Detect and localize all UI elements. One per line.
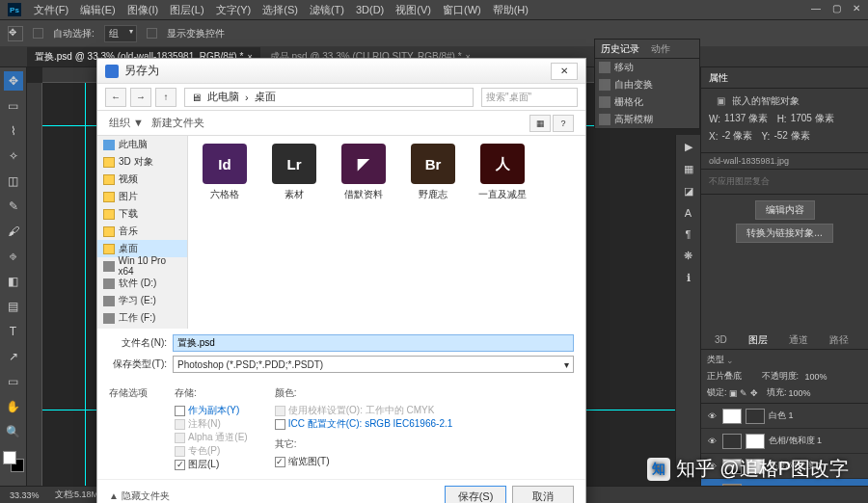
auto-select-dropdown[interactable]: 组 bbox=[104, 25, 137, 42]
help-button[interactable]: ? bbox=[553, 115, 574, 132]
wand-tool[interactable]: ✧ bbox=[4, 146, 23, 166]
history-item[interactable]: 高斯模糊 bbox=[595, 111, 699, 128]
folder-item[interactable]: Br野鹿志 bbox=[404, 144, 462, 201]
new-folder-button[interactable]: 新建文件夹 bbox=[151, 116, 204, 130]
history-item[interactable]: 栅格化 bbox=[595, 93, 699, 111]
minimize-icon[interactable]: — bbox=[811, 3, 821, 13]
sidebar-item[interactable]: 此电脑 bbox=[97, 136, 187, 153]
dialog-file-area[interactable]: Id六格格Lr素材◤借默资料Br野鹿志人一直及减星 bbox=[188, 136, 585, 329]
save-option: Alpha 通道(E) bbox=[175, 431, 248, 444]
sidebar-item[interactable]: 娱乐 (G:) bbox=[97, 327, 187, 329]
brush-panel-icon[interactable]: ❋ bbox=[684, 250, 692, 262]
actions-tab[interactable]: 动作 bbox=[645, 42, 676, 56]
save-option[interactable]: 图层(L) bbox=[175, 458, 248, 471]
history-panel: 历史记录 动作 移动 自由变换 栅格化 高斯模糊 bbox=[594, 39, 700, 129]
menu-window[interactable]: 窗口(W) bbox=[438, 3, 486, 17]
organize-button[interactable]: 组织 ▼ bbox=[109, 116, 144, 130]
address-bar[interactable]: 🖥 此电脑 › 桌面 bbox=[184, 88, 474, 107]
close-icon[interactable]: ✕ bbox=[853, 3, 860, 13]
save-option[interactable]: 作为副本(Y) bbox=[175, 404, 248, 417]
color-swatch[interactable] bbox=[3, 451, 24, 472]
history-item[interactable]: 移动 bbox=[595, 59, 699, 76]
format-dropdown[interactable]: Photoshop (*.PSD;*.PDD;*.PSDT) bbox=[173, 356, 574, 373]
crop-tool[interactable]: ◫ bbox=[4, 172, 23, 191]
filename-input[interactable] bbox=[173, 334, 574, 352]
menu-3d[interactable]: 3D(D) bbox=[351, 4, 389, 15]
sidebar-item[interactable]: 工作 (F:) bbox=[97, 309, 187, 327]
sidebar-item[interactable]: 视频 bbox=[97, 171, 187, 188]
marquee-tool[interactable]: ▭ bbox=[4, 96, 23, 116]
gradient-tool[interactable]: ▤ bbox=[4, 297, 23, 316]
stamp-tool[interactable]: ⎆ bbox=[4, 247, 23, 266]
view-mode-button[interactable]: ▦ bbox=[529, 115, 551, 132]
nav-up-button[interactable]: ↑ bbox=[155, 88, 176, 107]
menu-file[interactable]: 文件(F) bbox=[29, 3, 73, 17]
dialog-close-button[interactable]: ✕ bbox=[551, 63, 578, 80]
zoom-tool[interactable]: 🔍 bbox=[4, 422, 23, 441]
path-tool[interactable]: ↗ bbox=[4, 347, 23, 366]
search-input[interactable]: 搜索"桌面" bbox=[481, 88, 578, 107]
color-panel-icon[interactable]: ▦ bbox=[684, 163, 693, 175]
eraser-tool[interactable]: ◧ bbox=[4, 272, 23, 291]
layer-row[interactable]: 👁色相/饱和度 1 bbox=[701, 429, 868, 454]
menu-image[interactable]: 图像(I) bbox=[122, 3, 163, 17]
convert-linked-button[interactable]: 转换为链接对象... bbox=[736, 224, 832, 243]
folder-item[interactable]: Id六格格 bbox=[196, 144, 254, 201]
move-tool[interactable]: ✥ bbox=[4, 71, 23, 91]
info-panel-icon[interactable]: ℹ bbox=[687, 272, 691, 284]
nav-back-button[interactable]: ← bbox=[105, 88, 126, 107]
menu-help[interactable]: 帮助(H) bbox=[488, 3, 533, 17]
save-button[interactable]: 保存(S) bbox=[445, 486, 506, 503]
transform-controls-checkbox[interactable] bbox=[147, 28, 157, 39]
para-panel-icon[interactable]: ¶ bbox=[686, 228, 692, 240]
history-item[interactable]: 自由变换 bbox=[595, 76, 699, 93]
toolbar: ✥ ▭ ⌇ ✧ ◫ ✎ 🖌 ⎆ ◧ ▤ T ↗ ▭ ✋ 🔍 bbox=[0, 67, 27, 486]
menu-select[interactable]: 选择(S) bbox=[258, 3, 303, 17]
sidebar-item[interactable]: 软件 (D:) bbox=[97, 275, 187, 292]
maximize-icon[interactable]: ▢ bbox=[832, 3, 841, 13]
menu-layer[interactable]: 图层(L) bbox=[165, 3, 208, 17]
folder-item[interactable]: 人一直及减星 bbox=[474, 144, 531, 201]
brush-tool[interactable]: 🖌 bbox=[4, 222, 23, 241]
shape-tool[interactable]: ▭ bbox=[4, 372, 23, 391]
sidebar-item[interactable]: Win 10 Pro x64 bbox=[97, 257, 187, 275]
menu-edit[interactable]: 编辑(E) bbox=[75, 3, 121, 17]
cancel-button[interactable]: 取消 bbox=[512, 486, 574, 503]
eyedropper-tool[interactable]: ✎ bbox=[4, 197, 23, 216]
layer-row[interactable]: 👁白色 1 bbox=[701, 404, 868, 429]
hide-folders-toggle[interactable]: ▲ 隐藏文件夹 bbox=[109, 490, 170, 503]
menu-view[interactable]: 视图(V) bbox=[391, 3, 436, 17]
play-icon[interactable]: ▶ bbox=[685, 141, 692, 153]
sidebar-item[interactable]: 下载 bbox=[97, 205, 187, 223]
menu-type[interactable]: 文字(Y) bbox=[211, 3, 257, 17]
zoom-level[interactable]: 33.33% bbox=[10, 490, 40, 500]
swatches-panel-icon[interactable]: ◪ bbox=[684, 185, 693, 198]
save-option[interactable]: 缩览图(T) bbox=[275, 455, 453, 468]
menu-filter[interactable]: 滤镜(T) bbox=[305, 3, 349, 17]
lasso-tool[interactable]: ⌇ bbox=[4, 121, 23, 141]
smart-object-icon: ▣ bbox=[717, 95, 728, 107]
hand-tool[interactable]: ✋ bbox=[4, 397, 23, 416]
properties-tab[interactable]: 属性 bbox=[701, 71, 736, 85]
auto-select-checkbox[interactable] bbox=[33, 28, 43, 39]
text-tool[interactable]: T bbox=[4, 322, 23, 341]
foreground-color[interactable] bbox=[3, 451, 16, 464]
layers-controls: 类型 ⌄ 正片叠底 不透明度: 100% 锁定: ▣ ✎ ✥ 填充: 100% bbox=[701, 350, 868, 404]
sidebar-item[interactable]: 学习 (E:) bbox=[97, 292, 187, 309]
blend-mode-dropdown[interactable]: 正片叠底 bbox=[707, 370, 755, 383]
ruler-vertical bbox=[27, 83, 42, 486]
folder-item[interactable]: ◤借默资料 bbox=[335, 144, 393, 201]
folder-item[interactable]: Lr素材 bbox=[265, 144, 323, 201]
visibility-icon[interactable]: 👁 bbox=[705, 437, 719, 446]
sidebar-item[interactable]: 音乐 bbox=[97, 223, 187, 240]
sidebar-item[interactable]: 图片 bbox=[97, 188, 187, 205]
sidebar-item[interactable]: 3D 对象 bbox=[97, 153, 187, 171]
ps-logo-icon: Ps bbox=[8, 3, 21, 16]
history-tab[interactable]: 历史记录 bbox=[595, 42, 645, 56]
save-option[interactable]: ICC 配置文件(C): sRGB IEC61966-2.1 bbox=[275, 417, 453, 431]
edit-contents-button[interactable]: 编辑内容 bbox=[755, 200, 815, 220]
char-panel-icon[interactable]: A bbox=[685, 207, 692, 219]
nav-fwd-button[interactable]: → bbox=[130, 88, 151, 107]
dialog-title: 另存为 bbox=[124, 63, 551, 79]
visibility-icon[interactable]: 👁 bbox=[705, 411, 719, 421]
